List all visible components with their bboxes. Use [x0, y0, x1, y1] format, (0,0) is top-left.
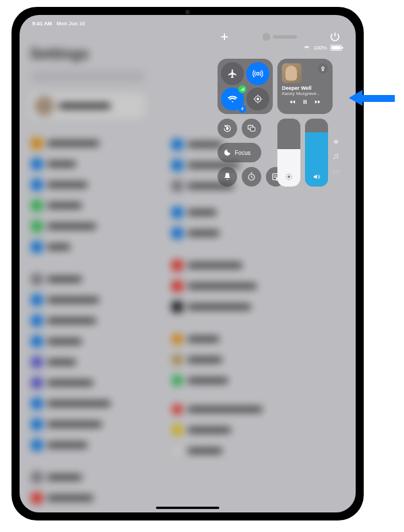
user-switcher[interactable] [262, 33, 297, 41]
screen-mirroring-button[interactable] [242, 119, 261, 138]
svg-point-8 [322, 67, 323, 69]
svg-point-17 [288, 176, 291, 178]
music-note-icon [333, 153, 340, 160]
user-avatar-icon [262, 33, 270, 41]
album-art [282, 63, 302, 83]
front-camera [185, 10, 190, 14]
track-artist: Kacey Musgrave… [282, 91, 328, 96]
svg-rect-1 [241, 90, 241, 91]
airdrop-toggle[interactable] [246, 62, 269, 85]
volume-slider[interactable] [305, 119, 328, 187]
track-title: Deeper Well [282, 85, 328, 91]
wifi-icon [303, 45, 310, 51]
cellular-badge [238, 85, 246, 93]
status-bar: 9:41 AM Mon Jun 10 [20, 15, 356, 29]
svg-rect-13 [250, 127, 255, 131]
connectivity-page-icon [333, 168, 340, 175]
status-time: 9:41 AM [32, 21, 52, 26]
svg-rect-11 [227, 128, 228, 130]
bluetooth-badge [238, 105, 246, 113]
airplane-mode-toggle[interactable] [221, 62, 244, 85]
svg-rect-3 [243, 88, 243, 91]
svg-rect-9 [304, 100, 305, 104]
moon-icon [223, 149, 231, 157]
battery-pct: 100% [314, 45, 327, 51]
cc-status-row: 100% [303, 45, 342, 51]
focus-toggle[interactable]: Focus [218, 143, 261, 162]
prev-track-button[interactable] [289, 98, 296, 107]
svg-point-0 [257, 73, 260, 75]
screen: Settings [20, 15, 356, 512]
brightness-icon [285, 173, 293, 182]
now-playing-tile[interactable]: Deeper Well Kacey Musgrave… [277, 59, 333, 114]
heart-icon [333, 138, 340, 145]
orientation-lock-toggle[interactable] [218, 119, 237, 138]
battery-icon [330, 45, 342, 51]
annotation-arrow [349, 90, 395, 106]
svg-rect-4 [243, 88, 244, 91]
power-button[interactable] [329, 31, 341, 43]
airplay-button[interactable] [318, 63, 328, 74]
svg-rect-2 [242, 89, 242, 90]
wifi-toggle[interactable] [221, 88, 244, 111]
focus-label: Focus [235, 150, 250, 156]
connectivity-more[interactable] [246, 88, 269, 111]
connectivity-tile[interactable] [218, 59, 273, 114]
play-pause-button[interactable] [302, 98, 308, 107]
svg-rect-10 [306, 100, 307, 104]
silent-mode-toggle[interactable] [218, 167, 237, 187]
svg-point-18 [336, 171, 337, 172]
svg-point-5 [257, 98, 260, 101]
timer-button[interactable] [242, 167, 261, 187]
status-date: Mon Jun 10 [56, 21, 85, 26]
home-indicator[interactable] [156, 507, 219, 509]
cc-page-indicators[interactable] [333, 138, 340, 175]
brightness-slider[interactable] [277, 119, 300, 187]
ipad-frame: Settings [12, 7, 364, 520]
volume-icon [312, 173, 321, 182]
next-track-button[interactable] [314, 98, 321, 107]
add-control-button[interactable] [219, 31, 230, 43]
